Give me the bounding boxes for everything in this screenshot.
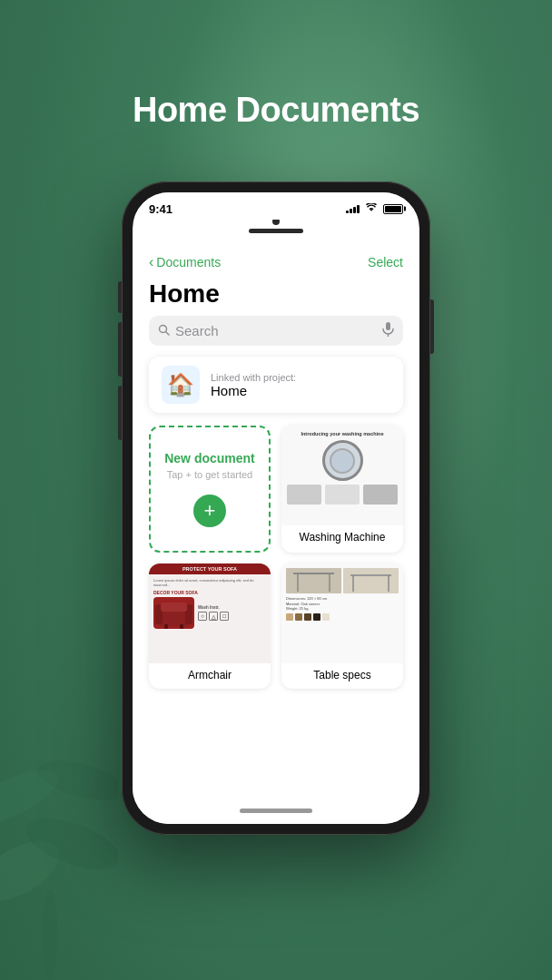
armchair-body: Lorem ipsum dolor sit amet, consectetur … bbox=[149, 574, 271, 632]
back-button[interactable]: ‹ Documents bbox=[149, 254, 221, 270]
svg-rect-7 bbox=[386, 322, 390, 330]
wash-instructions-label: Wash Instr. bbox=[198, 605, 229, 610]
screen-content: ‹ Documents Select Home Search bbox=[133, 249, 419, 824]
svg-point-0 bbox=[43, 889, 57, 980]
project-label: Linked with project: bbox=[211, 372, 296, 383]
power-button bbox=[430, 299, 434, 354]
table-specs-label: Table specs bbox=[281, 663, 403, 689]
table-color-swatches bbox=[286, 613, 399, 621]
svg-rect-14 bbox=[180, 624, 183, 629]
wm-thumb-title: Introducing your washing machine bbox=[301, 431, 383, 436]
project-emoji: 🏠 bbox=[167, 372, 194, 397]
home-indicator[interactable] bbox=[240, 808, 312, 813]
status-icons bbox=[346, 203, 403, 214]
armchair-header: PROTECT YOUR SOFA bbox=[149, 564, 271, 574]
table-specs-card[interactable]: Dimensions: 120 × 80 cm Material: Oak ve… bbox=[281, 564, 403, 689]
back-arrow-icon: ‹ bbox=[149, 254, 153, 270]
search-icon bbox=[158, 324, 170, 338]
armchair-label: Armchair bbox=[149, 663, 271, 689]
signal-icon bbox=[346, 204, 360, 213]
back-label: Documents bbox=[156, 255, 221, 270]
app-title-container: Home Documents bbox=[0, 91, 552, 130]
svg-rect-13 bbox=[164, 624, 168, 629]
project-name: Home bbox=[211, 383, 296, 398]
wifi-icon bbox=[365, 203, 378, 214]
status-time: 9:41 bbox=[149, 202, 172, 216]
app-title: Home Documents bbox=[0, 91, 552, 130]
microphone-icon[interactable] bbox=[382, 322, 394, 339]
project-info: Linked with project: Home bbox=[211, 372, 296, 398]
washing-machine-card[interactable]: Introducing your washing machine Washing… bbox=[281, 426, 403, 553]
search-bar[interactable]: Search bbox=[149, 316, 403, 346]
project-icon: 🏠 bbox=[162, 366, 200, 404]
svg-rect-12 bbox=[161, 603, 187, 612]
new-document-card[interactable]: New document Tap + to get started + bbox=[149, 426, 271, 553]
armchair-card[interactable]: PROTECT YOUR SOFA Lorem ipsum dolor sit … bbox=[149, 564, 271, 689]
mute-button bbox=[118, 281, 122, 313]
battery-icon bbox=[383, 204, 403, 214]
armchair-image bbox=[153, 597, 194, 629]
phone-device: 9:41 bbox=[122, 181, 430, 835]
phone-body: 9:41 bbox=[122, 181, 430, 835]
armchair-thumbnail: PROTECT YOUR SOFA Lorem ipsum dolor sit … bbox=[149, 564, 271, 663]
navigation-bar: ‹ Documents Select bbox=[133, 249, 419, 276]
search-input[interactable]: Search bbox=[175, 323, 377, 338]
volume-up-button bbox=[118, 322, 122, 377]
documents-grid: New document Tap + to get started + Intr… bbox=[133, 426, 419, 705]
phone-screen: 9:41 bbox=[133, 192, 419, 824]
new-doc-title: New document bbox=[164, 451, 255, 466]
linked-project-card[interactable]: 🏠 Linked with project: Home bbox=[149, 357, 403, 413]
add-document-button[interactable]: + bbox=[193, 495, 226, 527]
svg-point-4 bbox=[34, 753, 118, 808]
wm-bottom-images bbox=[287, 485, 398, 505]
svg-line-6 bbox=[166, 331, 170, 335]
page-title: Home bbox=[133, 276, 419, 316]
table-specs-thumbnail: Dimensions: 120 × 80 cm Material: Oak ve… bbox=[281, 564, 403, 663]
earpiece-speaker bbox=[249, 229, 303, 233]
armchair-decor-label: DECOR YOUR SOFA bbox=[153, 590, 266, 595]
status-bar: 9:41 bbox=[133, 192, 419, 220]
decorative-plant bbox=[0, 617, 118, 980]
select-button[interactable]: Select bbox=[368, 255, 403, 270]
new-doc-subtitle: Tap + to get started bbox=[167, 469, 252, 480]
washing-machine-label: Washing Machine bbox=[281, 525, 403, 551]
wm-drum-icon bbox=[322, 440, 363, 481]
washing-machine-thumbnail: Introducing your washing machine bbox=[281, 426, 403, 525]
volume-down-button bbox=[118, 386, 122, 440]
phone-top-bar bbox=[249, 218, 303, 233]
